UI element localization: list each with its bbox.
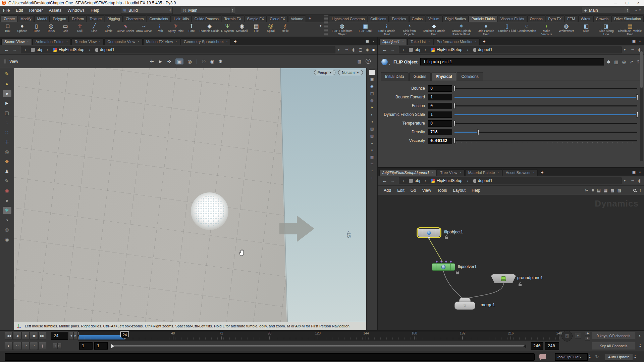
thumbnail-view-icon[interactable]: ▩ bbox=[610, 188, 614, 192]
help-icon[interactable]: ? bbox=[366, 59, 371, 64]
grid-display-icon[interactable]: ▦ bbox=[369, 154, 375, 160]
viewport-info-icon[interactable]: i bbox=[369, 176, 375, 181]
flipbook-icon[interactable]: ◉ bbox=[210, 59, 214, 64]
shelf-tab[interactable]: Create bbox=[1, 15, 17, 22]
path-spinner[interactable]: ▲▼ bbox=[589, 354, 591, 359]
pane-tab[interactable]: Render View bbox=[71, 38, 104, 45]
tool-null[interactable]: ✛ Null bbox=[73, 22, 87, 36]
network-node-flipobject1[interactable]: flipobject1 bbox=[418, 229, 440, 237]
param-value-field[interactable]: 1 bbox=[428, 111, 452, 118]
param-value-field[interactable]: 718 bbox=[428, 129, 452, 135]
lock-camera-icon[interactable]: ◫ bbox=[369, 91, 375, 96]
slider-handle[interactable] bbox=[636, 94, 638, 100]
right-spinner[interactable]: ▲▼ bbox=[625, 7, 630, 14]
anim-options-icon[interactable]: ► bbox=[5, 342, 13, 350]
pause-button[interactable]: ▮▮ bbox=[30, 332, 38, 340]
hand-tool-icon[interactable]: ❖ bbox=[3, 158, 11, 165]
brush-select-tool-icon[interactable]: ∷ bbox=[3, 129, 11, 136]
next-key-button[interactable]: ▶| bbox=[57, 343, 61, 349]
add-pane-tab-button[interactable]: + bbox=[231, 39, 239, 45]
camera-view-icon[interactable]: ◉ bbox=[369, 84, 375, 89]
search-icon[interactable] bbox=[633, 189, 636, 192]
shelf-tab[interactable]: Simple FX bbox=[245, 15, 267, 22]
pane-menu-arrow[interactable]: ▼ bbox=[372, 40, 375, 43]
pin-pane-icon[interactable]: ⊣ bbox=[345, 47, 348, 52]
network-menu-item[interactable]: Add bbox=[381, 188, 394, 193]
realtime-toggle-icon[interactable]: ◔ bbox=[30, 342, 38, 350]
maximize-button[interactable]: ▢ bbox=[621, 0, 633, 6]
audio-options-icon[interactable]: ◠ bbox=[13, 342, 21, 350]
snapshot-icon[interactable]: ▣ bbox=[369, 77, 375, 82]
param-value-field[interactable]: 0 bbox=[428, 120, 452, 127]
slider-handle[interactable] bbox=[636, 112, 638, 118]
ring-tool-icon[interactable]: ◉ bbox=[3, 187, 11, 194]
menu-item[interactable]: Render bbox=[26, 8, 46, 13]
close-tab-icon[interactable] bbox=[175, 40, 177, 43]
param-help-icon[interactable]: ? bbox=[637, 59, 639, 64]
tool-whitewater[interactable]: ◍ Whitewater bbox=[557, 22, 576, 36]
network-node-merge1[interactable]: ▽ merge1 bbox=[454, 298, 475, 310]
pane-tab[interactable]: Animation Editor bbox=[33, 38, 71, 45]
desktop-selector[interactable]: ⊞ Build bbox=[121, 7, 168, 14]
shelf-tab[interactable]: Drive Simulation bbox=[611, 15, 644, 22]
close-tab-icon[interactable] bbox=[497, 171, 499, 174]
shelf-tab[interactable]: Polygon bbox=[50, 15, 69, 22]
shelf-overflow-arrow[interactable]: ▼ bbox=[319, 24, 322, 28]
tool-file[interactable]: ▤ File bbox=[249, 22, 263, 36]
node-label[interactable]: merge1 bbox=[481, 303, 495, 307]
path-dropdown-arrow[interactable]: ▼ bbox=[622, 48, 628, 51]
tool-helix[interactable]: ∮ Helix bbox=[278, 22, 292, 36]
breadcrumb[interactable]: obj FlipFluidSetup dopnet1 bbox=[399, 46, 622, 53]
param-value-field[interactable]: 0.00132 bbox=[428, 138, 452, 144]
auto-key-icon[interactable]: ◆ bbox=[585, 331, 590, 335]
fluid-brush-tool-icon[interactable]: ● bbox=[3, 90, 11, 97]
network-menu-item[interactable]: View bbox=[419, 188, 434, 193]
tool-spiral[interactable]: @ Spiral bbox=[264, 22, 278, 36]
toolbar-grip-icon[interactable] bbox=[4, 59, 7, 63]
search-params-icon[interactable]: ◎ bbox=[622, 59, 626, 64]
tool-flip-fluid-from-object[interactable]: ◍ FLIP Fluid from Object bbox=[329, 22, 356, 36]
tool-sculpted-particle-fluid[interactable]: ◆ Sculpted Particle Fluid bbox=[421, 22, 447, 36]
shelf-tab[interactable]: Terrain FX bbox=[222, 15, 244, 22]
shelf-tab[interactable]: Rigid Bodies bbox=[442, 15, 469, 22]
jump-node-icon[interactable]: ↗ bbox=[630, 59, 633, 64]
select-arrow-tool-icon[interactable]: ► bbox=[3, 100, 11, 107]
slider-handle[interactable] bbox=[477, 129, 479, 135]
breadcrumb-item[interactable]: dopnet1 bbox=[87, 47, 117, 52]
breadcrumb-item[interactable]: FlipFluidSetup bbox=[422, 178, 465, 183]
current-network-path-field[interactable]: /obj/FlipFluidS... bbox=[555, 353, 588, 361]
tool-condensation[interactable]: ◌ Condensation bbox=[517, 22, 537, 36]
add-pane-tab-button[interactable]: + bbox=[538, 170, 546, 176]
wireframe-cube-icon[interactable]: ▢ bbox=[359, 47, 362, 52]
network-menu-item[interactable]: Go bbox=[408, 188, 419, 193]
range-start-field[interactable]: 1 bbox=[79, 342, 93, 350]
tool-torus[interactable]: ◎ Torus bbox=[44, 22, 58, 36]
tool-make-viscous[interactable]: ◗ Make Viscous bbox=[537, 22, 556, 36]
jump-to-start-button[interactable]: ◀◀ bbox=[5, 332, 13, 340]
key-all-channels-selector[interactable]: Key All Channels bbox=[592, 342, 635, 350]
shelf-tab[interactable]: Texture bbox=[87, 15, 104, 22]
pane-tab[interactable]: /obj/FlipFluidSetup/dopnet1 bbox=[379, 169, 436, 176]
param-slider[interactable] bbox=[454, 129, 637, 135]
radial-menu-icon[interactable]: ◎ bbox=[638, 178, 641, 183]
param-slider[interactable] bbox=[454, 85, 637, 92]
node-label[interactable]: flipsolver1 bbox=[458, 264, 477, 269]
shelf-tab[interactable]: FEM bbox=[565, 15, 578, 22]
close-tab-icon[interactable] bbox=[432, 171, 433, 174]
close-tab-icon[interactable] bbox=[27, 40, 29, 43]
close-tab-icon[interactable] bbox=[66, 40, 68, 43]
tick-display-icon[interactable]: || bbox=[38, 342, 46, 350]
network-menu-item[interactable]: Layout bbox=[450, 188, 469, 193]
path-dropdown-arrow[interactable]: ▼ bbox=[622, 179, 628, 182]
breadcrumb-item[interactable]: obj bbox=[400, 47, 422, 52]
pane-tab[interactable]: Material Palette bbox=[465, 169, 502, 176]
tool-box[interactable]: □ Box bbox=[1, 22, 15, 36]
scoped-channels-icon[interactable]: ≡ bbox=[585, 336, 590, 341]
pane-tab[interactable]: Geometry Spreadsheet bbox=[181, 38, 231, 45]
node-name-field[interactable]: flipobject1 bbox=[420, 58, 604, 65]
tool-draw-curve[interactable]: ∼ Draw Curve bbox=[135, 22, 153, 36]
pane-tab[interactable]: Tree View bbox=[437, 169, 464, 176]
jump-up-icon[interactable]: ↑ bbox=[639, 188, 641, 193]
tool-circle[interactable]: ○ Circle bbox=[102, 22, 116, 36]
recook-icon[interactable]: ↻ bbox=[595, 354, 599, 359]
